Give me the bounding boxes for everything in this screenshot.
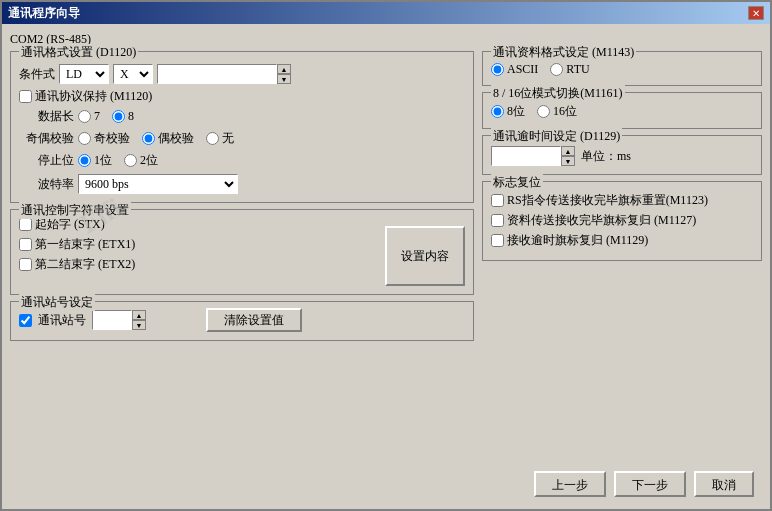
- rtu-input[interactable]: [550, 63, 563, 76]
- flag3-row: 接收逾时旗标复归 (M1129): [491, 232, 753, 249]
- etx1-row: 第一结束字 (ETX1): [19, 236, 377, 253]
- stop-label: 停止位: [19, 152, 74, 169]
- bit8-radio[interactable]: 8位: [491, 103, 525, 120]
- station-section: 通讯站号设定 通讯站号 1 ▲ ▼ 清除设置值: [10, 301, 474, 341]
- rtu-radio[interactable]: RTU: [550, 62, 589, 77]
- data-length-radio-group: 7 8: [78, 109, 134, 124]
- next-button[interactable]: 下一步: [614, 471, 686, 497]
- bit16-radio[interactable]: 16位: [537, 103, 577, 120]
- main-window: 通讯程序向导 ✕ COM2 (RS-485) 通讯格式设置 (D1120) 条件…: [0, 0, 772, 511]
- close-button[interactable]: ✕: [748, 6, 764, 20]
- stop2-input[interactable]: [124, 154, 137, 167]
- control-section: 通讯控制字符串设置 起始字 (STX) 第一结束字 (ETX1): [10, 209, 474, 295]
- ascii-label: ASCII: [507, 62, 538, 77]
- bit16-input[interactable]: [537, 105, 550, 118]
- timeout-down-btn[interactable]: ▼: [561, 156, 575, 166]
- station-title: 通讯站号设定: [19, 294, 95, 311]
- parity-none-input[interactable]: [206, 132, 219, 145]
- clear-button[interactable]: 清除设置值: [206, 308, 302, 332]
- flag2-checkbox[interactable]: [491, 214, 504, 227]
- timeout-title: 通讯逾时间设定 (D1129): [491, 128, 622, 145]
- station-spinner: ▲ ▼: [132, 310, 146, 330]
- flag-list: RS指令传送接收完毕旗标重置(M1123) 资料传送接收完毕旗标复归 (M112…: [491, 192, 753, 249]
- timeout-group: 通讯逾时间设定 (D1129) 0 ▲ ▼ 单位：ms: [482, 135, 762, 175]
- stx-checkbox[interactable]: [19, 218, 32, 231]
- etx2-checkbox[interactable]: [19, 258, 32, 271]
- bit8-input[interactable]: [491, 105, 504, 118]
- timeout-unit: 单位：ms: [581, 148, 631, 165]
- parity-even-input[interactable]: [142, 132, 155, 145]
- timeout-up-btn[interactable]: ▲: [561, 146, 575, 156]
- stop-row: 停止位 1位 2位: [19, 152, 465, 169]
- parity-row: 奇偶校验 奇校验 偶校验: [19, 130, 465, 147]
- stop1-radio[interactable]: 1位: [78, 152, 112, 169]
- etx1-checkbox[interactable]: [19, 238, 32, 251]
- flag1-checkbox[interactable]: [491, 194, 504, 207]
- baud-select[interactable]: 9600 bps 19200 bps 38400 bps 57600 bps 1…: [78, 174, 238, 194]
- flag2-label: 资料传送接收完毕旗标复归 (M1127): [507, 212, 696, 229]
- protocol-label: 通讯协议保持 (M1120): [35, 88, 152, 105]
- prev-button[interactable]: 上一步: [534, 471, 606, 497]
- data7-radio[interactable]: 7: [78, 109, 100, 124]
- bit-mode-group: 8 / 16位模式切换(M1161) 8位 16位: [482, 92, 762, 129]
- station-input[interactable]: 1: [92, 310, 132, 330]
- station-down-btn[interactable]: ▼: [132, 320, 146, 330]
- bit8-label: 8位: [507, 103, 525, 120]
- condition-row: 条件式 LD X 0 ▲ ▼: [19, 64, 465, 84]
- protocol-row: 通讯协议保持 (M1120): [19, 88, 465, 105]
- station-checkbox[interactable]: [19, 314, 32, 327]
- bit-mode-title: 8 / 16位模式切换(M1161): [491, 85, 625, 102]
- baud-row: 波特率 9600 bps 19200 bps 38400 bps 57600 b…: [19, 174, 465, 194]
- right-panel: 通讯资料格式设定 (M1143) ASCII RTU 8 /: [482, 51, 762, 463]
- cancel-button[interactable]: 取消: [694, 471, 754, 497]
- protocol-checkbox[interactable]: [19, 90, 32, 103]
- timeout-spinner: ▲ ▼: [561, 146, 575, 166]
- flag2-row: 资料传送接收完毕旗标复归 (M1127): [491, 212, 753, 229]
- etx1-label: 第一结束字 (ETX1): [35, 236, 135, 253]
- parity-odd-radio[interactable]: 奇校验: [78, 130, 130, 147]
- data8-input[interactable]: [112, 110, 125, 123]
- condition-spinner: ▲ ▼: [277, 64, 291, 84]
- flag1-row: RS指令传送接收完毕旗标重置(M1123): [491, 192, 753, 209]
- data-length-label: 数据长: [19, 108, 74, 125]
- condition-down-btn[interactable]: ▼: [277, 74, 291, 84]
- ascii-input[interactable]: [491, 63, 504, 76]
- bottom-buttons: 上一步 下一步 取消: [10, 463, 762, 501]
- condition-input-wrapper: 0 ▲ ▼: [157, 64, 291, 84]
- timeout-input[interactable]: 0: [491, 146, 561, 166]
- stop1-input[interactable]: [78, 154, 91, 167]
- station-inner: 通讯站号 1 ▲ ▼: [19, 310, 146, 330]
- title-bar: 通讯程序向导 ✕: [2, 2, 770, 24]
- data-format-group: 通讯资料格式设定 (M1143) ASCII RTU: [482, 51, 762, 86]
- window-title: 通讯程序向导: [8, 5, 80, 22]
- flag-section: 标志复位 RS指令传送接收完毕旗标重置(M1123) 资料传送接收完毕旗标复归 …: [482, 181, 762, 261]
- window-content: COM2 (RS-485) 通讯格式设置 (D1120) 条件式 LD X: [2, 24, 770, 509]
- station-up-btn[interactable]: ▲: [132, 310, 146, 320]
- ascii-radio[interactable]: ASCII: [491, 62, 538, 77]
- data-format-title: 通讯资料格式设定 (M1143): [491, 44, 636, 61]
- data8-radio[interactable]: 8: [112, 109, 134, 124]
- flag3-checkbox[interactable]: [491, 234, 504, 247]
- stop2-radio[interactable]: 2位: [124, 152, 158, 169]
- bit-mode-radio-group: 8位 16位: [491, 103, 753, 120]
- station-label: 通讯站号: [38, 312, 86, 329]
- parity-even-radio[interactable]: 偶校验: [142, 130, 194, 147]
- flag1-label: RS指令传送接收完毕旗标重置(M1123): [507, 192, 708, 209]
- timeout-row: 0 ▲ ▼ 单位：ms: [491, 146, 753, 166]
- format-group-title: 通讯格式设置 (D1120): [19, 44, 138, 61]
- condition-up-btn[interactable]: ▲: [277, 64, 291, 74]
- condition-select1[interactable]: LD: [59, 64, 109, 84]
- data7-input[interactable]: [78, 110, 91, 123]
- setup-button[interactable]: 设置内容: [385, 226, 465, 286]
- data-format-radio-group: ASCII RTU: [491, 62, 753, 77]
- parity-odd-input[interactable]: [78, 132, 91, 145]
- parity-none-radio[interactable]: 无: [206, 130, 234, 147]
- control-checkboxes: 起始字 (STX) 第一结束字 (ETX1) 第二结束字 (ETX2): [19, 216, 377, 286]
- baud-label: 波特率: [19, 176, 74, 193]
- flag-title: 标志复位: [491, 174, 543, 191]
- condition-input[interactable]: 0: [157, 64, 277, 84]
- parity-label: 奇偶校验: [19, 130, 74, 147]
- condition-label: 条件式: [19, 66, 55, 83]
- etx2-label: 第二结束字 (ETX2): [35, 256, 135, 273]
- condition-select2[interactable]: X: [113, 64, 153, 84]
